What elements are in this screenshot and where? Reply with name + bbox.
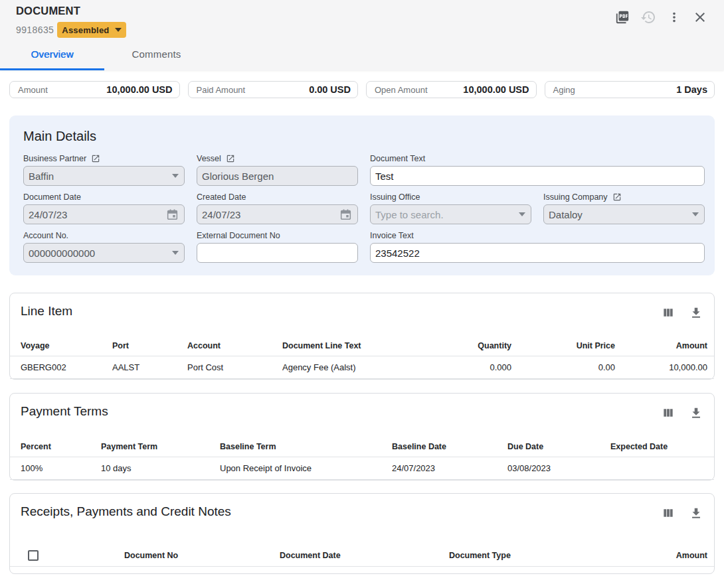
column-header[interactable]: Voyage <box>10 336 112 356</box>
open-in-new-icon[interactable] <box>91 154 100 163</box>
download-button[interactable] <box>688 505 704 521</box>
summary-card-paid-amount: Paid Amount 0.00 USD <box>188 81 359 98</box>
external-document-no-input[interactable] <box>197 243 358 263</box>
tab-comments[interactable]: Comments <box>104 44 209 70</box>
cell-baseline-date: 24/07/2023 <box>392 457 507 480</box>
field-vessel: Vessel Glorious Bergen <box>197 154 358 186</box>
select-all-checkbox[interactable] <box>28 550 39 561</box>
column-header[interactable]: Account <box>187 336 282 356</box>
receipts-title: Receipts, Payments and Credit Notes <box>21 504 231 520</box>
column-header[interactable]: Payment Term <box>101 437 220 457</box>
vessel-input[interactable]: Glorious Bergen <box>197 166 358 186</box>
line-item-table: Voyage Port Account Document Line Text Q… <box>10 336 714 379</box>
document-text-input[interactable]: Test <box>370 166 705 186</box>
column-header[interactable]: Quantity <box>415 336 511 356</box>
field-document-text: Document Text Test <box>370 154 705 186</box>
summary-label: Aging <box>553 85 575 95</box>
created-date-input[interactable]: 24/07/23 <box>197 204 358 224</box>
input-value: 23542522 <box>375 248 420 259</box>
chevron-down-icon <box>692 212 699 216</box>
field-label-text: Issuing Company <box>543 192 608 202</box>
cell-quantity: 0.000 <box>415 356 511 378</box>
columns-button[interactable] <box>660 405 676 421</box>
input-value: Baffin <box>29 171 54 182</box>
column-header[interactable]: Document Line Text <box>282 336 415 356</box>
column-header[interactable]: Amount <box>592 545 714 566</box>
input-value: 24/07/23 <box>202 209 240 220</box>
history-icon <box>640 9 656 25</box>
business-partner-select[interactable]: Baffin <box>23 166 185 186</box>
status-badge-label: Assembled <box>62 25 109 35</box>
issuing-company-select[interactable]: Dataloy <box>543 204 705 224</box>
columns-button[interactable] <box>660 305 676 321</box>
column-header[interactable]: Document Type <box>449 545 592 566</box>
column-header[interactable]: Baseline Term <box>220 437 392 457</box>
column-header[interactable]: Port <box>112 336 187 356</box>
field-external-document-no: External Document No <box>197 231 358 263</box>
issuing-office-select[interactable]: Type to search. <box>370 204 531 224</box>
download-icon <box>689 305 703 320</box>
download-icon <box>689 405 703 420</box>
column-header[interactable]: Document No <box>124 545 280 566</box>
field-issuing-office: Issuing Office Type to search. <box>370 192 531 224</box>
open-in-new-icon[interactable] <box>612 192 622 202</box>
account-no-select[interactable]: 000000000000 <box>23 243 185 263</box>
calendar-icon[interactable] <box>339 208 352 221</box>
column-header[interactable]: Expected Date <box>610 437 714 457</box>
summary-label: Paid Amount <box>197 85 246 95</box>
table-row[interactable]: GBERG002 AALST Port Cost Agency Fee (Aal… <box>10 356 714 378</box>
invoice-text-input[interactable]: 23542522 <box>370 243 705 263</box>
input-value: Test <box>375 171 394 182</box>
line-item-section: Line Item Voyage Port Account Document L… <box>9 293 715 380</box>
input-value: Dataloy <box>549 209 583 220</box>
close-button[interactable] <box>692 9 708 25</box>
receipts-table: Document No Document Date Document Type … <box>10 545 714 567</box>
table-row[interactable]: 100% 10 days Upon Receipt of Invoice 24/… <box>10 457 714 480</box>
close-icon <box>692 8 708 27</box>
field-invoice-text: Invoice Text 23542522 <box>370 231 705 263</box>
document-date-input[interactable]: 24/07/23 <box>23 204 185 224</box>
payment-terms-table: Percent Payment Term Baseline Term Basel… <box>10 437 714 480</box>
more-menu-button[interactable] <box>666 9 682 25</box>
download-icon <box>689 506 703 520</box>
cell-expected-date <box>610 457 714 480</box>
main-details-panel: Main Details Business Partner Baffin Ves… <box>9 115 715 275</box>
column-header[interactable]: Baseline Date <box>392 437 507 457</box>
calendar-icon[interactable] <box>166 208 179 221</box>
status-badge[interactable]: Assembled <box>57 22 126 38</box>
field-created-date: Created Date 24/07/23 <box>197 192 358 224</box>
field-business-partner: Business Partner Baffin <box>23 154 185 186</box>
input-value: 000000000000 <box>29 248 95 259</box>
cell-unit-price: 0.00 <box>511 356 615 378</box>
view-columns-icon <box>662 506 675 520</box>
table-header-row: Document No Document Date Document Type … <box>10 545 714 566</box>
summary-card-amount: Amount 10,000.00 USD <box>9 81 180 98</box>
cell-port: AALST <box>112 356 187 378</box>
download-button[interactable] <box>688 405 704 421</box>
cell-amount: 10,000.00 <box>615 356 714 378</box>
column-header[interactable]: Amount <box>615 336 714 356</box>
summary-value: 10,000.00 USD <box>463 84 529 95</box>
summary-label: Open Amount <box>375 85 428 95</box>
pdf-export-button[interactable] <box>614 9 630 25</box>
column-header[interactable]: Unit Price <box>511 336 615 356</box>
history-button[interactable] <box>640 9 656 25</box>
field-label: Invoice Text <box>370 231 705 240</box>
column-header[interactable]: Percent <box>10 437 101 457</box>
cell-account: Port Cost <box>187 356 282 378</box>
open-in-new-icon[interactable] <box>226 154 235 163</box>
columns-button[interactable] <box>660 505 676 521</box>
field-label: Issuing Office <box>370 192 531 201</box>
download-button[interactable] <box>688 305 704 321</box>
header-actions <box>614 9 708 25</box>
field-label: Business Partner <box>23 154 185 163</box>
tab-overview[interactable]: Overview <box>0 44 104 70</box>
pdf-icon <box>615 10 630 25</box>
cell-payment-term: 10 days <box>101 457 220 480</box>
field-label: Document Text <box>370 154 705 163</box>
column-header[interactable]: Document Date <box>280 545 449 566</box>
more-vertical-icon <box>667 10 681 25</box>
column-header[interactable]: Due Date <box>507 437 610 457</box>
chevron-down-icon <box>172 251 179 255</box>
tab-bar: Overview Comments <box>0 44 724 70</box>
